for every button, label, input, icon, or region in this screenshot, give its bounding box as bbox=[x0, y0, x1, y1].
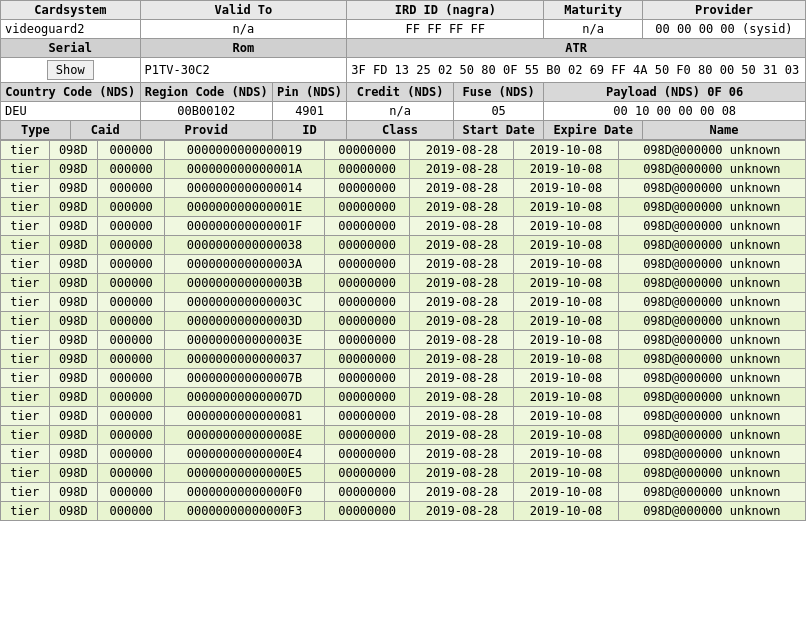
row-class: 00000000 bbox=[324, 369, 410, 388]
row-start: 2019-08-28 bbox=[410, 217, 514, 236]
row-provid: 000000 bbox=[98, 388, 165, 407]
atr-value: 3F FD 13 25 02 50 80 0F 55 B0 02 69 FF 4… bbox=[347, 58, 806, 83]
expire-date-header: Expire Date bbox=[544, 121, 643, 140]
table-row: tier098D000000000000000000001F0000000020… bbox=[1, 217, 806, 236]
row-name: 098D@000000 unknown bbox=[618, 255, 805, 274]
row-caid: 098D bbox=[49, 255, 98, 274]
fuse-value: 05 bbox=[453, 102, 544, 121]
provider-label: Provider bbox=[642, 1, 805, 20]
row-class: 00000000 bbox=[324, 293, 410, 312]
row-id: 0000000000000019 bbox=[165, 141, 325, 160]
row-id: 000000000000008E bbox=[165, 426, 325, 445]
row-class: 00000000 bbox=[324, 483, 410, 502]
row-provid: 000000 bbox=[98, 312, 165, 331]
row-type: tier bbox=[1, 464, 50, 483]
row-provid: 000000 bbox=[98, 274, 165, 293]
row-start: 2019-08-28 bbox=[410, 274, 514, 293]
row-start: 2019-08-28 bbox=[410, 293, 514, 312]
rom-value: P1TV-30C2 bbox=[140, 58, 347, 83]
row-start: 2019-08-28 bbox=[410, 502, 514, 521]
maturity-label: Maturity bbox=[544, 1, 643, 20]
table-row: tier098D00000000000000000000380000000020… bbox=[1, 236, 806, 255]
row-id: 000000000000001F bbox=[165, 217, 325, 236]
row-provid: 000000 bbox=[98, 160, 165, 179]
row-caid: 098D bbox=[49, 293, 98, 312]
fuse-label: Fuse (NDS) bbox=[453, 83, 544, 102]
row-type: tier bbox=[1, 255, 50, 274]
atr-label: ATR bbox=[347, 39, 806, 58]
table-row: tier098D00000000000000000000190000000020… bbox=[1, 141, 806, 160]
row-type: tier bbox=[1, 407, 50, 426]
country-code-label: Country Code (NDS) bbox=[1, 83, 141, 102]
show-button[interactable]: Show bbox=[47, 60, 94, 80]
row-expire: 2019-10-08 bbox=[514, 160, 618, 179]
row-name: 098D@000000 unknown bbox=[618, 426, 805, 445]
row-class: 00000000 bbox=[324, 464, 410, 483]
row-provid: 000000 bbox=[98, 369, 165, 388]
row-name: 098D@000000 unknown bbox=[618, 502, 805, 521]
row-start: 2019-08-28 bbox=[410, 483, 514, 502]
caid-header: Caid bbox=[70, 121, 140, 140]
row-start: 2019-08-28 bbox=[410, 141, 514, 160]
row-class: 00000000 bbox=[324, 274, 410, 293]
row-type: tier bbox=[1, 483, 50, 502]
row-caid: 098D bbox=[49, 141, 98, 160]
row-id: 000000000000003E bbox=[165, 331, 325, 350]
row-provid: 000000 bbox=[98, 293, 165, 312]
row-class: 00000000 bbox=[324, 198, 410, 217]
row-provid: 000000 bbox=[98, 198, 165, 217]
provider-value: 00 00 00 00 (sysid) bbox=[642, 20, 805, 39]
row-type: tier bbox=[1, 502, 50, 521]
row-provid: 000000 bbox=[98, 236, 165, 255]
pin-value: 4901 bbox=[272, 102, 346, 121]
row-name: 098D@000000 unknown bbox=[618, 198, 805, 217]
valid-to-label: Valid To bbox=[140, 1, 347, 20]
row-caid: 098D bbox=[49, 445, 98, 464]
row-caid: 098D bbox=[49, 217, 98, 236]
show-button-cell: Show bbox=[1, 58, 141, 83]
row-caid: 098D bbox=[49, 369, 98, 388]
row-caid: 098D bbox=[49, 312, 98, 331]
cardsystem-value: videoguard2 bbox=[1, 20, 141, 39]
row-class: 00000000 bbox=[324, 160, 410, 179]
row-id: 000000000000003B bbox=[165, 274, 325, 293]
row-type: tier bbox=[1, 426, 50, 445]
row-type: tier bbox=[1, 160, 50, 179]
row-provid: 000000 bbox=[98, 217, 165, 236]
row-expire: 2019-10-08 bbox=[514, 350, 618, 369]
row-type: tier bbox=[1, 388, 50, 407]
row-id: 000000000000003C bbox=[165, 293, 325, 312]
row-caid: 098D bbox=[49, 331, 98, 350]
row-provid: 000000 bbox=[98, 255, 165, 274]
row-name: 098D@000000 unknown bbox=[618, 160, 805, 179]
row-expire: 2019-10-08 bbox=[514, 312, 618, 331]
row-class: 00000000 bbox=[324, 236, 410, 255]
row-start: 2019-08-28 bbox=[410, 255, 514, 274]
credit-value: n/a bbox=[347, 102, 454, 121]
table-row: tier098D000000000000000000001E0000000020… bbox=[1, 198, 806, 217]
name-header: Name bbox=[642, 121, 805, 140]
row-caid: 098D bbox=[49, 483, 98, 502]
row-id: 0000000000000038 bbox=[165, 236, 325, 255]
row-name: 098D@000000 unknown bbox=[618, 312, 805, 331]
rom-label: Rom bbox=[140, 39, 347, 58]
table-row: tier098D000000000000000000003A0000000020… bbox=[1, 255, 806, 274]
row-name: 098D@000000 unknown bbox=[618, 464, 805, 483]
row-id: 000000000000001E bbox=[165, 198, 325, 217]
ird-id-label: IRD ID (nagra) bbox=[347, 1, 544, 20]
row-name: 098D@000000 unknown bbox=[618, 388, 805, 407]
valid-to-value: n/a bbox=[140, 20, 347, 39]
row-caid: 098D bbox=[49, 426, 98, 445]
payload-label: Payload (NDS) 0F 06 bbox=[544, 83, 806, 102]
table-row: tier098D000000000000000000003B0000000020… bbox=[1, 274, 806, 293]
row-start: 2019-08-28 bbox=[410, 388, 514, 407]
table-row: tier098D00000000000000000000F30000000020… bbox=[1, 502, 806, 521]
main-values-row: videoguard2 n/a FF FF FF FF n/a 00 00 00… bbox=[1, 20, 806, 39]
row-caid: 098D bbox=[49, 407, 98, 426]
nds-header-row: Country Code (NDS) Region Code (NDS) Pin… bbox=[1, 83, 806, 102]
row-start: 2019-08-28 bbox=[410, 312, 514, 331]
row-class: 00000000 bbox=[324, 179, 410, 198]
row-provid: 000000 bbox=[98, 445, 165, 464]
table-row: tier098D00000000000000000000F00000000020… bbox=[1, 483, 806, 502]
row-expire: 2019-10-08 bbox=[514, 388, 618, 407]
